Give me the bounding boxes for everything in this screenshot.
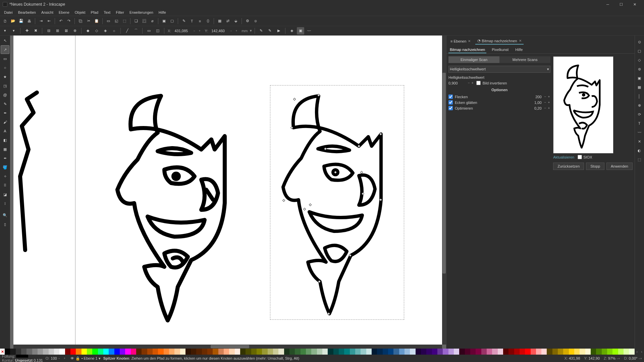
- redo-icon[interactable]: ↷: [65, 17, 72, 25]
- trace-icon[interactable]: ⬙: [232, 17, 239, 25]
- color-swatch[interactable]: [65, 349, 70, 355]
- close-button[interactable]: ✕: [628, 0, 641, 9]
- smooth-checkbox[interactable]: [448, 100, 453, 105]
- color-swatch[interactable]: [218, 349, 224, 355]
- color-swatch[interactable]: [16, 349, 21, 355]
- show-handles-icon[interactable]: ◈: [288, 27, 296, 35]
- siox-checkbox[interactable]: [578, 155, 582, 159]
- color-swatch[interactable]: [520, 349, 525, 355]
- snap-grid-icon[interactable]: ▦: [635, 83, 644, 92]
- import-icon[interactable]: ⇥: [37, 17, 45, 25]
- color-swatch[interactable]: [169, 349, 174, 355]
- zoom-fit-icon[interactable]: ▭: [105, 17, 112, 25]
- zoom-input[interactable]: 97%: [608, 356, 615, 360]
- ungroup-icon[interactable]: ▢: [168, 17, 176, 25]
- insert-node-icon[interactable]: ✚: [23, 27, 31, 35]
- snap-other-icon[interactable]: ⊚: [635, 65, 644, 73]
- color-swatch[interactable]: [278, 349, 284, 355]
- 3dbox-tool-icon[interactable]: ◳: [1, 81, 9, 90]
- stop-button[interactable]: Stopp: [586, 163, 604, 170]
- save-icon[interactable]: 💾: [17, 17, 25, 25]
- dec-icon[interactable]: −: [544, 95, 547, 99]
- color-swatch[interactable]: [585, 349, 591, 355]
- canvas[interactable]: [13, 36, 446, 345]
- color-swatch[interactable]: [38, 349, 43, 355]
- color-swatch[interactable]: [26, 349, 32, 355]
- docprefs-icon[interactable]: ⛭: [252, 17, 259, 25]
- mask-edit-icon[interactable]: ✎: [266, 27, 274, 35]
- rect-tool-icon[interactable]: ▭: [1, 54, 9, 63]
- tab-layers[interactable]: ≡ Ebenen ✕: [448, 38, 473, 45]
- calligraphy-tool-icon[interactable]: 🖌: [1, 118, 9, 126]
- color-swatch[interactable]: [5, 349, 10, 355]
- snap-path-icon[interactable]: 〰: [635, 128, 644, 137]
- subtab-help[interactable]: Hilfe: [514, 47, 524, 53]
- menu-extensions[interactable]: Erweiterungen: [127, 10, 156, 15]
- color-swatch[interactable]: [49, 349, 54, 355]
- symmetric-node-icon[interactable]: ◈: [102, 27, 109, 35]
- color-swatch[interactable]: [454, 349, 459, 355]
- color-swatch[interactable]: [514, 349, 520, 355]
- color-swatch[interactable]: [508, 349, 514, 355]
- gradient-tool-icon[interactable]: ◧: [1, 136, 9, 144]
- smooth-input[interactable]: 1,00: [525, 101, 542, 105]
- color-swatch[interactable]: [541, 349, 547, 355]
- prefs-icon[interactable]: ⚙: [244, 17, 251, 25]
- color-swatch[interactable]: [246, 349, 251, 355]
- minimize-button[interactable]: ─: [601, 0, 614, 9]
- color-swatch[interactable]: [426, 349, 432, 355]
- duplicate-icon[interactable]: ❏: [132, 17, 140, 25]
- color-swatch[interactable]: [448, 349, 454, 355]
- color-swatch[interactable]: [59, 349, 65, 355]
- fill-swatch[interactable]: [16, 354, 28, 358]
- menu-help[interactable]: Hilfe: [156, 10, 169, 15]
- color-swatch[interactable]: [416, 349, 421, 355]
- color-swatch[interactable]: [432, 349, 437, 355]
- color-swatch[interactable]: [377, 349, 382, 355]
- canvas-area[interactable]: [10, 36, 446, 349]
- subtab-pixelart[interactable]: Pixelkunst: [490, 47, 510, 53]
- maximize-button[interactable]: ☐: [614, 0, 628, 9]
- color-swatch[interactable]: [207, 349, 213, 355]
- color-swatch[interactable]: [624, 349, 629, 355]
- node-tool-icon[interactable]: ↗: [1, 45, 9, 54]
- close-tab-icon[interactable]: ✕: [468, 39, 471, 43]
- menu-file[interactable]: Datei: [1, 10, 15, 15]
- color-swatch[interactable]: [383, 349, 388, 355]
- color-swatch[interactable]: [131, 349, 136, 355]
- color-swatch[interactable]: [405, 349, 410, 355]
- lpe-tool-icon[interactable]: 🔍: [1, 211, 9, 220]
- star-tool-icon[interactable]: ★: [1, 72, 9, 81]
- delete-segment-icon[interactable]: ⊗: [71, 27, 78, 35]
- opacity-input[interactable]: 100: [51, 356, 57, 360]
- dec-icon[interactable]: −: [467, 81, 471, 85]
- color-swatch[interactable]: [103, 349, 109, 355]
- text-dialog-icon[interactable]: T: [188, 17, 196, 25]
- color-swatch[interactable]: [153, 349, 158, 355]
- snap-bbox-icon[interactable]: ▢: [635, 47, 644, 55]
- node-tool-option-icon[interactable]: ▾: [1, 27, 9, 35]
- color-swatch[interactable]: [481, 349, 487, 355]
- color-swatch[interactable]: [563, 349, 569, 355]
- color-swatch[interactable]: [492, 349, 497, 355]
- color-swatch[interactable]: [344, 349, 350, 355]
- join-node-icon[interactable]: ⊞: [54, 27, 61, 35]
- node-edit-dropdown-icon[interactable]: ▾: [10, 27, 17, 35]
- layer-lock-icon[interactable]: 🔒: [75, 356, 80, 361]
- color-swatch[interactable]: [350, 349, 355, 355]
- optimize-input[interactable]: 0,20: [525, 106, 542, 110]
- color-swatch[interactable]: [459, 349, 465, 355]
- color-swatch[interactable]: [421, 349, 426, 355]
- bezier-tool-icon[interactable]: ✒: [1, 109, 9, 117]
- eraser-tool-icon[interactable]: ◪: [1, 190, 9, 199]
- cusp-node-icon[interactable]: ◆: [84, 27, 92, 35]
- color-swatch[interactable]: [120, 349, 125, 355]
- inc-icon[interactable]: +: [547, 101, 550, 104]
- color-swatch[interactable]: [76, 349, 81, 355]
- color-swatch[interactable]: [366, 349, 372, 355]
- color-swatch[interactable]: [306, 349, 311, 355]
- curve-segment-icon[interactable]: ⌒: [132, 27, 140, 35]
- threshold-input[interactable]: 0,900: [448, 81, 465, 85]
- color-swatch[interactable]: [21, 349, 26, 355]
- color-swatch[interactable]: [470, 349, 476, 355]
